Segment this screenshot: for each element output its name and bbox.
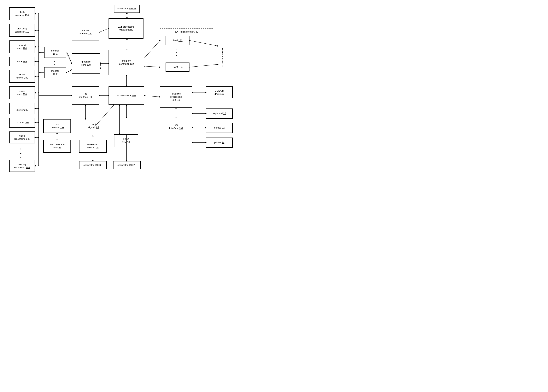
host-controller-box: hostcontroller 138 — [43, 119, 71, 133]
svg-marker-110 — [192, 142, 193, 143]
connector-110-2b-label: connector 110-2B — [118, 164, 136, 167]
svg-line-36 — [66, 52, 72, 63]
monitor-1-label: monitor18-1 — [51, 49, 59, 56]
svg-line-46 — [99, 28, 108, 32]
usb-box: USB 196 — [9, 57, 35, 66]
cd-dvd-label: CD/DVDdrive 186 — [214, 89, 224, 96]
video-processing-label: videoprocessing 206 — [14, 134, 30, 141]
svg-line-76 — [144, 96, 160, 97]
svg-line-38 — [66, 70, 72, 73]
ir-xceiver-label: IRxceiver 202 — [16, 105, 28, 112]
tv-tuner-label: TV tuner 204 — [15, 121, 29, 124]
svg-marker-26 — [38, 122, 39, 123]
io-interface-label: I/Ointerface 134 — [169, 124, 183, 130]
graphics-card-box: graphicscard 128 — [72, 53, 100, 74]
io-controller-label: I/O controller 130 — [117, 94, 136, 97]
disk-array-box: disk arraycontroller 192 — [9, 24, 35, 37]
sound-card-label: soundcard 200 — [17, 90, 27, 96]
svg-marker-88 — [85, 118, 86, 120]
disk-array-label: disk arraycontroller 192 — [15, 27, 29, 34]
keyboard-box: keyboard 20 — [206, 108, 233, 119]
hard-disk-label: hard disk/tapedrive 84 — [50, 143, 64, 149]
monitor-2-box: monitor18-2 — [44, 67, 66, 78]
network-card-box: networkcard 194 — [9, 41, 35, 53]
ram-184-label: RAM 184 — [172, 66, 183, 69]
keyboard-label: keyboard 20 — [213, 112, 226, 115]
io-interface-box: I/Ointerface 134 — [160, 118, 192, 136]
monitor-2-label: monitor18-2 — [51, 70, 59, 76]
connector-110-3b-label: connector 110-3B — [84, 164, 102, 167]
connector-110-2b-box: connector 110-2B — [113, 161, 141, 169]
svg-marker-23 — [38, 108, 39, 109]
gpu-box: graphicsprocessingunit 132 — [160, 86, 192, 108]
svg-marker-80 — [126, 117, 127, 118]
connector-110-4b-label: connector 110-4B — [118, 7, 136, 10]
svg-line-41 — [66, 70, 72, 73]
svg-marker-32 — [38, 165, 39, 167]
svg-marker-45 — [39, 72, 41, 73]
ext-processing-label: EXT processingmodule(s) 80 — [118, 25, 135, 32]
tv-tuner-box: TV tuner 204 — [9, 118, 35, 128]
sound-card-box: soundcard 200 — [9, 86, 35, 99]
ram-dots: ••• — [176, 48, 177, 57]
network-card-label: networkcard 194 — [17, 44, 27, 50]
connector-110-4b-box: connector 110-4B — [114, 5, 140, 13]
printer-box: printer 24 — [206, 138, 233, 148]
flash-rom-box: FlashROM 188 — [114, 134, 138, 147]
svg-line-61 — [144, 66, 160, 67]
flash-memory-box: flashmemory 190 — [9, 7, 35, 20]
ext-main-memory-label: EXT main memory 82 — [160, 30, 213, 33]
agp-label: AGP 210 — [99, 62, 102, 70]
monitor-1-box: monitor18-1 — [44, 47, 66, 58]
cd-dvd-box: CD/DVDdrive 186 — [206, 86, 233, 98]
memory-expansion-label: memoryexpansion 208 — [14, 163, 30, 169]
svg-marker-43 — [39, 52, 41, 53]
connector-110-5b-label: connector 110-5B — [221, 48, 224, 67]
ram-182-label: RAM 182 — [172, 39, 183, 42]
memory-controller-label: memorycontroller 122 — [119, 59, 134, 66]
pci-interface-label: PCIinterface 136 — [78, 92, 92, 99]
dots-left: ••• — [20, 147, 21, 160]
svg-line-40 — [67, 52, 72, 63]
svg-marker-11 — [38, 46, 39, 48]
printer-label: printer 24 — [214, 141, 224, 144]
ram-184-box: RAM 184 — [165, 63, 190, 72]
monitor-dots: •• — [54, 60, 55, 66]
mouse-box: mouse 22 — [206, 123, 233, 133]
svg-marker-29 — [38, 137, 39, 138]
graphics-card-label: graphicscard 128 — [81, 60, 91, 67]
usb-label: USB 196 — [17, 60, 27, 63]
svg-marker-20 — [38, 92, 39, 94]
memory-controller-box: memorycontroller 122 — [108, 50, 144, 75]
wlan-box: WLANxceiver 198 — [9, 70, 35, 83]
flash-memory-label: flashmemory 190 — [15, 11, 29, 17]
connector-110-5b-box: connector 110-5B — [218, 34, 227, 80]
connector-110-3b-box: connector 110-3B — [79, 161, 107, 169]
svg-marker-14 — [38, 61, 39, 62]
cache-memory-box: cachememory 180 — [72, 24, 99, 41]
cache-memory-label: cachememory 180 — [79, 29, 92, 35]
ir-xceiver-box: IRxceiver 202 — [9, 103, 35, 114]
video-processing-box: videoprocessing 206 — [9, 132, 35, 143]
flash-rom-label: FlashROM 188 — [121, 138, 131, 144]
io-controller-box: I/O controller 130 — [108, 86, 144, 105]
gpu-label: graphicsprocessingunit 132 — [170, 92, 182, 102]
svg-marker-5 — [38, 13, 39, 14]
mouse-label: mouse 22 — [214, 126, 225, 129]
pci-interface-box: PCIinterface 136 — [72, 86, 99, 105]
memory-expansion-box: memoryexpansion 208 — [9, 160, 35, 172]
wlan-label: WLANxceiver 198 — [16, 73, 28, 79]
svg-marker-17 — [38, 76, 39, 77]
ram-182-box: RAM 182 — [165, 36, 190, 45]
svg-marker-94 — [92, 135, 94, 136]
host-controller-label: hostcontroller 138 — [50, 123, 64, 129]
slave-clock-box: slave clockmodule 90 — [79, 140, 107, 153]
svg-marker-8 — [38, 30, 39, 31]
svg-marker-104 — [192, 113, 193, 114]
hard-disk-box: hard disk/tapedrive 84 — [43, 140, 71, 153]
svg-line-58 — [144, 41, 160, 58]
ext-processing-box: EXT processingmodule(s) 80 — [108, 18, 143, 39]
slave-clock-label: slave clockmodule 90 — [87, 143, 99, 149]
clock-signals-label: clocksignals 95 — [82, 123, 105, 129]
